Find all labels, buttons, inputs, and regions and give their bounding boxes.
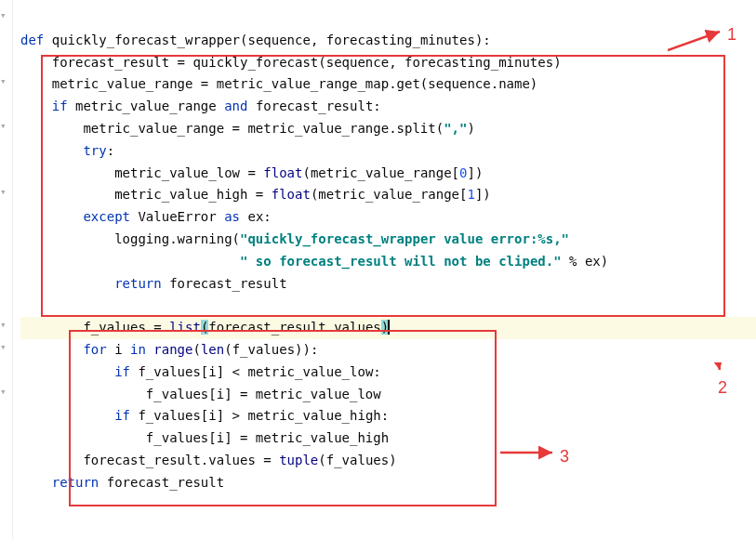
code-line: except ValueError as ex: [20, 209, 272, 224]
fold-marker: ▾ [0, 339, 12, 362]
code-line: " so forecast_result will not be cliped.… [20, 254, 608, 269]
code-line: metric_value_high = float(metric_value_r… [20, 187, 491, 202]
code-line: logging.warning("quickly_forecast_wrappe… [20, 231, 569, 246]
fold-marker: ▾ [0, 73, 12, 96]
code-line: if f_values[i] < metric_value_low: [20, 364, 381, 379]
code-line: forecast_result = quickly_forecast(seque… [20, 55, 562, 70]
code-line: if metric_value_range and forecast_resul… [20, 99, 381, 113]
code-line: f_values[i] = metric_value_low [20, 387, 381, 401]
code-line: return forecast_result [20, 276, 287, 291]
code-line: metric_value_range = metric_value_range_… [20, 76, 537, 91]
fold-marker: ▾ [0, 184, 12, 206]
code-line-highlighted: f_values = list(forecast_result.values) [20, 317, 756, 339]
fold-marker: ▾ [0, 7, 12, 30]
code-line: metric_value_range = metric_value_range.… [20, 121, 475, 136]
code-line: forecast_result.values = tuple(f_values) [20, 453, 397, 467]
code-line: for i in range(len(f_values)): [20, 342, 318, 357]
code-line: f_values[i] = metric_value_high [20, 430, 389, 445]
code-line: return forecast_result [20, 475, 224, 490]
fold-marker: ▾ [0, 317, 12, 339]
code-line: try: [20, 143, 114, 158]
code-line: metric_value_low = float(metric_value_ra… [20, 165, 483, 180]
fold-marker: ▾ [0, 118, 12, 140]
fold-marker: ▾ [0, 384, 12, 406]
code-line: def quickly_forecast_wrapper(sequence, f… [20, 33, 491, 47]
editor-gutter: ▾ ▾ ▾ ▾ ▾ ▾ ▾ [0, 0, 13, 539]
code-line: if f_values[i] > metric_value_high: [20, 408, 389, 423]
text-cursor [388, 320, 390, 335]
code-editor-content[interactable]: def quickly_forecast_wrapper(sequence, f… [15, 0, 756, 494]
